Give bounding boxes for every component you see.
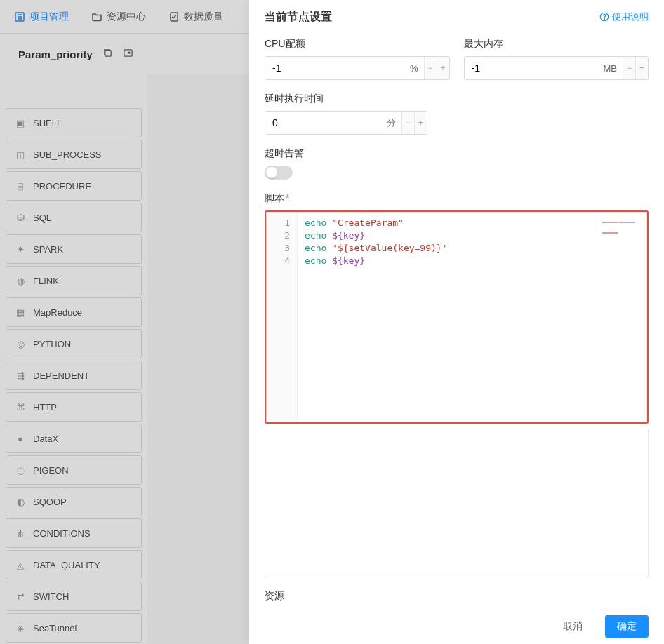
script-editor-extra[interactable] <box>265 429 649 577</box>
max-memory-input-group: MB − + <box>464 56 649 80</box>
code-content: echo "CreateParam" echo ${key} echo '${s… <box>298 213 455 422</box>
node-type-label: SQOOP <box>33 497 67 507</box>
node-type-dependent[interactable]: ⇶DEPENDENT <box>6 361 142 390</box>
check-doc-icon <box>168 11 180 22</box>
node-type-datax[interactable]: ●DataX <box>6 424 142 453</box>
nav-label: 数据质量 <box>184 11 223 23</box>
nav-item-project[interactable]: 项目管理 <box>14 11 69 23</box>
db-icon: ⛁ <box>15 212 26 223</box>
script-editor[interactable]: 1 2 3 4 echo "CreateParam" echo ${key} e… <box>266 212 647 422</box>
sub-icon: ◫ <box>15 149 26 160</box>
copy-icon[interactable] <box>102 48 113 60</box>
node-type-spark[interactable]: ✦SPARK <box>6 234 142 264</box>
node-type-label: SHELL <box>33 118 62 128</box>
delay-unit: 分 <box>384 112 401 134</box>
code-gutter: 1 2 3 4 <box>267 213 298 422</box>
http-icon: ⌘ <box>15 401 26 412</box>
cpu-quota-input[interactable] <box>265 57 407 79</box>
cpu-quota-label: CPU配额 <box>265 38 450 51</box>
quality-icon: ◬ <box>15 559 26 570</box>
pigeon-icon: ◌ <box>15 464 26 476</box>
max-memory-label: 最大内存 <box>464 38 649 51</box>
nav-label: 资源中心 <box>107 11 146 23</box>
node-type-label: SQL <box>33 213 51 223</box>
mem-increment-button[interactable]: + <box>635 57 648 79</box>
delay-decrement-button[interactable]: − <box>401 112 414 134</box>
node-type-python[interactable]: ◎PYTHON <box>6 329 142 358</box>
confirm-button[interactable]: 确定 <box>605 615 649 638</box>
node-type-mr[interactable]: ▦MapReduce <box>6 297 142 327</box>
delay-label: 延时执行时间 <box>265 93 427 105</box>
datax-icon: ● <box>15 433 26 444</box>
timeout-alarm-label: 超时告警 <box>265 147 649 160</box>
nav-item-quality[interactable]: 数据质量 <box>168 11 223 23</box>
mem-unit: MB <box>601 57 623 79</box>
delay-increment-button[interactable]: + <box>414 112 427 134</box>
node-type-label: SPARK <box>33 244 63 255</box>
grid-icon: ▦ <box>15 307 26 318</box>
node-type-procedure[interactable]: ⌸PROCEDURE <box>6 171 142 201</box>
cpu-increment-button[interactable]: + <box>437 57 449 79</box>
node-type-label: FLINK <box>33 276 59 286</box>
workflow-title: Param_priority <box>18 48 93 60</box>
node-type-label: SUB_PROCESS <box>33 149 102 160</box>
proc-icon: ⌸ <box>15 180 26 192</box>
list-icon <box>14 11 25 22</box>
node-type-label: PYTHON <box>33 339 71 349</box>
edit-icon[interactable] <box>123 48 133 60</box>
switch-icon: ⇄ <box>15 591 26 602</box>
node-type-sqoop[interactable]: ◐SQOOP <box>6 487 142 516</box>
script-label: 脚本* <box>265 192 649 205</box>
dep-icon: ⇶ <box>15 370 26 381</box>
delay-input[interactable] <box>265 112 384 134</box>
nav-label: 项目管理 <box>29 11 69 23</box>
node-type-seatunnel[interactable]: ◈SeaTunnel <box>6 613 142 643</box>
max-memory-input[interactable] <box>465 57 601 79</box>
node-type-label: CONDITIONS <box>33 528 91 539</box>
node-type-dq[interactable]: ◬DATA_QUALITY <box>6 550 142 579</box>
svg-rect-5 <box>105 51 111 56</box>
node-type-pigeon[interactable]: ◌PIGEON <box>6 455 142 485</box>
sqoop-icon: ◐ <box>15 496 26 507</box>
nav-item-resource[interactable]: 资源中心 <box>91 11 146 23</box>
python-icon: ◎ <box>15 338 26 349</box>
help-link[interactable]: 使用说明 <box>599 11 649 23</box>
node-type-label: DATA_QUALITY <box>33 560 100 570</box>
folder-icon <box>91 11 102 22</box>
node-type-switch[interactable]: ⇄SWITCH <box>6 582 142 611</box>
drawer-title: 当前节点设置 <box>265 10 332 25</box>
mem-decrement-button[interactable]: − <box>623 57 635 79</box>
svg-point-8 <box>604 19 604 20</box>
node-type-label: SeaTunnel <box>33 623 77 633</box>
node-type-list: ▣SHELL ◫SUB_PROCESS ⌸PROCEDURE ⛁SQL ✦SPA… <box>0 108 147 644</box>
timeout-alarm-switch[interactable] <box>265 166 293 180</box>
node-type-label: HTTP <box>33 402 57 412</box>
node-type-sql[interactable]: ⛁SQL <box>6 203 142 232</box>
cpu-decrement-button[interactable]: − <box>424 57 437 79</box>
code-minimap <box>602 215 644 225</box>
cancel-button[interactable]: 取消 <box>552 615 594 638</box>
node-type-shell[interactable]: ▣SHELL <box>6 108 142 137</box>
node-type-label: SWITCH <box>33 591 69 602</box>
node-type-label: MapReduce <box>33 307 82 318</box>
node-type-label: PROCEDURE <box>33 181 91 192</box>
node-type-label: PIGEON <box>33 465 69 476</box>
cpu-unit: % <box>407 57 424 79</box>
node-type-subprocess[interactable]: ◫SUB_PROCESS <box>6 140 142 169</box>
cond-icon: ⋔ <box>15 528 26 539</box>
delay-input-group: 分 − + <box>265 111 427 135</box>
node-type-flink[interactable]: ◍FLINK <box>6 266 142 295</box>
drawer-body: CPU配额 % − + 最大内存 MB − + 延时执 <box>249 34 664 608</box>
svg-rect-6 <box>124 50 132 56</box>
node-type-label: DEPENDENT <box>33 370 89 381</box>
node-type-label: DataX <box>33 434 58 444</box>
drawer-header: 当前节点设置 使用说明 <box>249 0 664 34</box>
cpu-quota-input-group: % − + <box>265 56 450 80</box>
spark-icon: ✦ <box>15 243 26 255</box>
drawer-footer: 取消 确定 <box>249 608 664 644</box>
help-label: 使用说明 <box>612 11 649 23</box>
node-type-http[interactable]: ⌘HTTP <box>6 392 142 422</box>
node-type-conditions[interactable]: ⋔CONDITIONS <box>6 518 142 548</box>
node-settings-drawer: 当前节点设置 使用说明 CPU配额 % − + 最大内存 MB <box>249 0 664 644</box>
question-circle-icon <box>599 12 609 22</box>
